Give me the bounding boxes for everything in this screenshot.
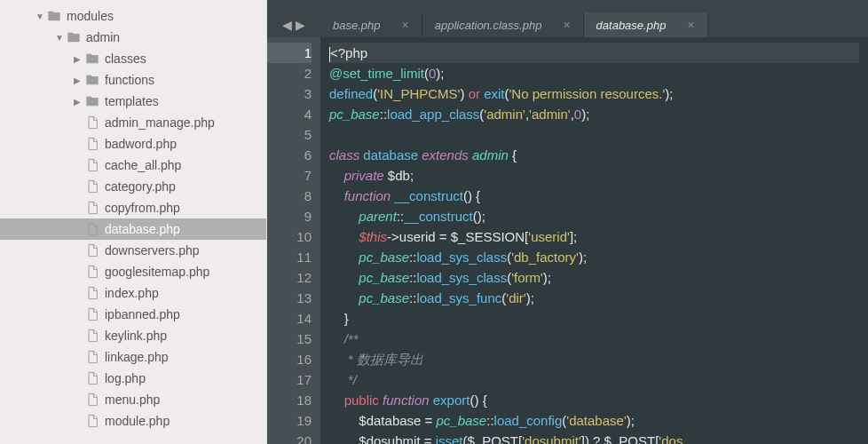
folder-admin[interactable]: ▼admin — [0, 27, 266, 48]
line-number: 1 — [267, 43, 312, 63]
line-number: 18 — [267, 390, 312, 410]
folder-label: functions — [105, 73, 154, 87]
close-icon[interactable]: × — [687, 18, 694, 32]
line-number: 12 — [267, 267, 312, 288]
file-module-php[interactable]: module.php — [0, 410, 266, 432]
file-label: category.php — [105, 179, 176, 194]
code-line[interactable]: parent::__construct(); — [329, 206, 859, 226]
folder-modules[interactable]: ▼modules — [0, 5, 266, 27]
line-number: 4 — [267, 104, 312, 124]
tab-base-php[interactable]: base.php× — [320, 12, 422, 37]
file-label: module.php — [105, 414, 170, 428]
file-icon — [85, 350, 99, 364]
folder-functions[interactable]: ▶functions — [0, 69, 266, 91]
code-line[interactable]: } — [329, 308, 859, 329]
file-badword-php[interactable]: badword.php — [0, 133, 266, 155]
code-line[interactable]: function __construct() { — [329, 186, 859, 206]
code-line[interactable]: $dosubmit = isset($_POST['dosubmit']) ? … — [329, 431, 859, 444]
code-line[interactable]: pc_base::load_sys_class('db_factory'); — [329, 247, 859, 267]
disclosure-arrow-icon[interactable]: ▼ — [55, 33, 64, 43]
line-number: 16 — [267, 349, 312, 369]
folder-icon — [85, 94, 99, 108]
folder-icon — [85, 73, 99, 87]
file-label: admin_manage.php — [105, 115, 215, 130]
code-line[interactable]: public function export() { — [329, 390, 859, 410]
file-explorer-sidebar[interactable]: ▼modules▼admin▶classes▶functions▶templat… — [0, 0, 267, 444]
close-icon[interactable]: × — [563, 18, 570, 32]
close-icon[interactable]: × — [402, 18, 409, 32]
code-line[interactable]: defined('IN_PHPCMS') or exit('No permiss… — [329, 83, 859, 104]
folder-templates[interactable]: ▶templates — [0, 91, 266, 112]
file-icon — [85, 179, 99, 194]
file-icon — [85, 243, 99, 258]
line-gutter: 1234567891011121314151617181920 — [267, 37, 320, 444]
file-icon — [85, 115, 99, 130]
code-line[interactable]: <?php — [329, 43, 859, 63]
nav-back-icon[interactable]: ◀ — [282, 18, 292, 32]
file-icon — [85, 307, 99, 321]
code-line[interactable]: @set_time_limit(0); — [329, 63, 859, 83]
disclosure-arrow-icon[interactable]: ▶ — [74, 97, 83, 107]
file-index-php[interactable]: index.php — [0, 282, 266, 304]
file-label: menu.php — [105, 392, 160, 407]
folder-label: classes — [105, 52, 146, 66]
line-number: 17 — [267, 369, 312, 390]
tab-label: base.php — [333, 19, 381, 32]
nav-forward-icon[interactable]: ▶ — [296, 18, 305, 32]
folder-icon — [67, 30, 81, 44]
file-label: log.php — [105, 371, 146, 385]
code-line[interactable]: * 数据库导出 — [329, 349, 859, 369]
file-icon — [85, 414, 99, 428]
folder-label: admin — [86, 30, 120, 44]
code-content[interactable]: <?php@set_time_limit(0);defined('IN_PHPC… — [320, 37, 868, 444]
code-line[interactable]: pc_base::load_sys_class('form'); — [329, 267, 859, 288]
line-number: 13 — [267, 288, 312, 308]
file-menu-php[interactable]: menu.php — [0, 389, 266, 410]
editor-tabs: base.php×application.class.php×database.… — [320, 12, 868, 37]
file-cache_all-php[interactable]: cache_all.php — [0, 155, 266, 176]
line-number: 6 — [267, 145, 312, 165]
file-downservers-php[interactable]: downservers.php — [0, 240, 266, 261]
file-admin_manage-php[interactable]: admin_manage.php — [0, 112, 266, 133]
file-label: ipbanned.php — [105, 307, 180, 321]
file-ipbanned-php[interactable]: ipbanned.php — [0, 304, 266, 325]
line-number: 7 — [267, 165, 312, 186]
file-label: index.php — [105, 286, 159, 300]
line-number: 14 — [267, 308, 312, 329]
file-icon — [85, 286, 99, 300]
nav-arrows: ◀ ▶ — [267, 18, 320, 32]
folder-classes[interactable]: ▶classes — [0, 48, 266, 69]
editor-nav-row: ◀ ▶ base.php×application.class.php×datab… — [267, 12, 868, 37]
tab-label: application.class.php — [435, 19, 542, 32]
code-line[interactable]: class database extends admin { — [329, 145, 859, 165]
disclosure-arrow-icon[interactable]: ▼ — [36, 12, 44, 21]
code-line[interactable]: */ — [329, 369, 859, 390]
file-keylink-php[interactable]: keylink.php — [0, 325, 266, 346]
code-line[interactable]: pc_base::load_sys_func('dir'); — [329, 288, 859, 308]
code-line[interactable]: private $db; — [329, 165, 859, 186]
file-label: googlesitemap.php — [105, 265, 209, 279]
file-category-php[interactable]: category.php — [0, 176, 266, 197]
tab-application-class-php[interactable]: application.class.php× — [422, 12, 584, 37]
file-log-php[interactable]: log.php — [0, 368, 266, 389]
code-area[interactable]: 1234567891011121314151617181920 <?php@se… — [267, 37, 868, 444]
code-line[interactable] — [329, 124, 859, 145]
line-number: 10 — [267, 226, 312, 247]
line-number: 9 — [267, 206, 312, 226]
file-googlesitemap-php[interactable]: googlesitemap.php — [0, 261, 266, 282]
disclosure-arrow-icon[interactable]: ▶ — [74, 75, 83, 85]
file-icon — [85, 329, 99, 343]
code-line[interactable]: pc_base::load_app_class('admin','admin',… — [329, 104, 859, 124]
tab-database-php[interactable]: database.php× — [584, 12, 708, 37]
file-copyfrom-php[interactable]: copyfrom.php — [0, 197, 266, 218]
editor-topbar — [267, 0, 868, 12]
code-line[interactable]: $database = pc_base::load_config('databa… — [329, 410, 859, 431]
file-database-php[interactable]: database.php — [0, 218, 266, 240]
code-line[interactable]: $this->userid = $_SESSION['userid']; — [329, 226, 859, 247]
file-linkage-php[interactable]: linkage.php — [0, 346, 266, 368]
code-line[interactable]: /** — [329, 329, 859, 349]
line-number: 3 — [267, 83, 312, 104]
file-label: badword.php — [105, 137, 177, 151]
file-icon — [85, 371, 99, 385]
disclosure-arrow-icon[interactable]: ▶ — [74, 54, 83, 64]
